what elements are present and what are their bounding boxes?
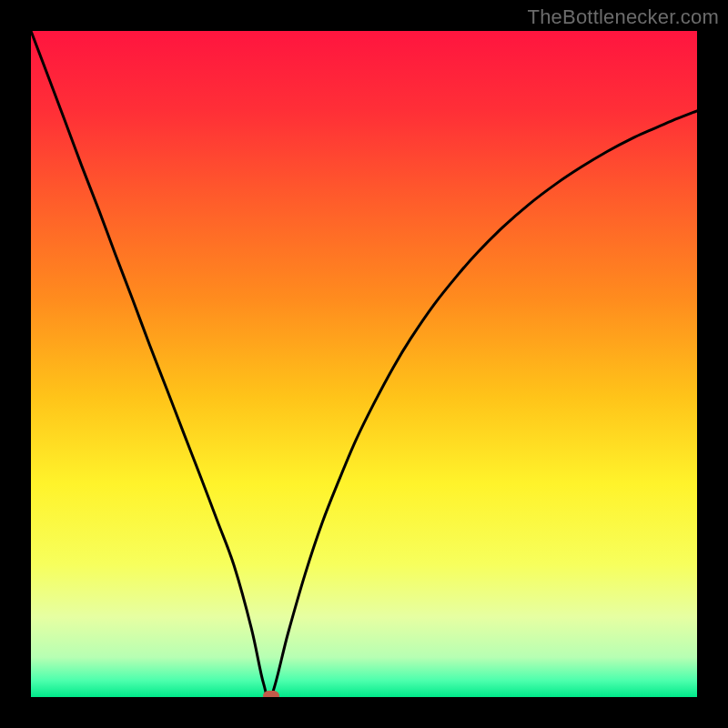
plot-area xyxy=(31,31,697,697)
optimal-point-marker xyxy=(263,691,279,697)
chart-frame: TheBottlenecker.com xyxy=(0,0,728,728)
watermark-text: TheBottlenecker.com xyxy=(528,5,719,29)
bottleneck-curve xyxy=(31,31,697,697)
